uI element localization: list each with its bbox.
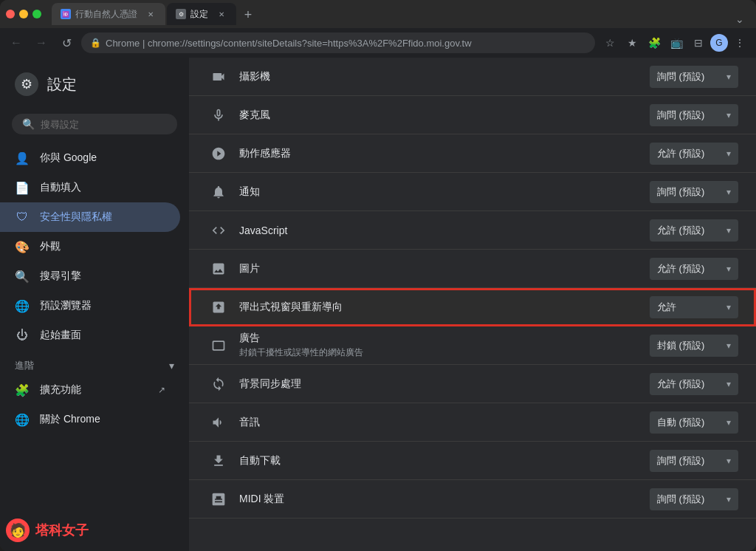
motion-control: 允許 (預設) ▾ xyxy=(650,143,738,165)
images-control: 允許 (預設) ▾ xyxy=(650,258,738,280)
tab-1-close[interactable]: ✕ xyxy=(145,8,157,20)
microphone-control: 詢問 (預設) ▾ xyxy=(650,104,738,126)
minimize-button[interactable] xyxy=(19,10,28,18)
bookmark-icon[interactable]: ☆ xyxy=(599,32,620,53)
tab-search-icon[interactable]: ⊟ xyxy=(688,32,709,53)
advanced-chevron: ▾ xyxy=(169,360,174,372)
settings-row-microphone: 麥克風 詢問 (預設) ▾ xyxy=(189,96,756,134)
settings-row-notification: 通知 詢問 (預設) ▾ xyxy=(189,173,756,211)
camera-icon xyxy=(207,69,230,84)
tabs-more-button[interactable]: ⌄ xyxy=(729,13,750,25)
motion-dropdown[interactable]: 允許 (預設) ▾ xyxy=(650,143,738,165)
sidebar-item-browser[interactable]: 🌐 預設瀏覽器 xyxy=(0,291,180,321)
images-dropdown-arrow: ▾ xyxy=(726,264,731,274)
popups-control: 允許 ▾ xyxy=(650,296,738,318)
advanced-section: 進階 ▾ xyxy=(0,350,189,375)
camera-dropdown[interactable]: 詢問 (預設) ▾ xyxy=(650,66,738,88)
more-options-icon[interactable]: ⋮ xyxy=(729,32,750,53)
sidebar-item-appearance[interactable]: 🎨 外觀 xyxy=(0,232,180,261)
microphone-dropdown-arrow: ▾ xyxy=(726,110,731,120)
about-icon: 🌐 xyxy=(15,412,30,427)
javascript-label: JavaScript xyxy=(239,225,650,236)
advanced-label: 進階 xyxy=(15,359,34,372)
url-separator: | xyxy=(142,38,148,49)
microphone-label: 麥克風 xyxy=(239,109,650,122)
images-label: 圖片 xyxy=(239,262,650,276)
sidebar-item-security[interactable]: 🛡 安全性與隱私權 xyxy=(0,202,180,232)
external-link-icon: ↗ xyxy=(158,385,165,395)
download-icon xyxy=(207,454,230,468)
extensions-icon: 🧩 xyxy=(15,383,30,397)
motion-icon xyxy=(207,146,230,161)
midi-dropdown-arrow: ▾ xyxy=(726,494,731,504)
sound-dropdown-arrow: ▾ xyxy=(726,417,731,428)
security-icon: 🛡 xyxy=(15,210,30,225)
sidebar-item-search[interactable]: 🔍 搜尋引擎 xyxy=(0,261,180,291)
settings-row-midi: MIDI 裝置 詢問 (預設) ▾ xyxy=(189,480,756,519)
popups-dropdown[interactable]: 允許 ▾ xyxy=(650,296,738,318)
url-label: Chrome xyxy=(106,38,140,49)
tab-1-title: 行動自然人憑證 xyxy=(75,8,137,21)
images-dropdown[interactable]: 允許 (預設) ▾ xyxy=(650,258,738,280)
forward-button[interactable]: → xyxy=(31,32,52,53)
popups-label: 彈出式視窗與重新導向 xyxy=(239,301,650,314)
extension-icon[interactable]: 🧩 xyxy=(644,32,664,53)
camera-label: 攝影機 xyxy=(239,70,650,83)
background-icon xyxy=(207,377,230,391)
startup-icon: ⏻ xyxy=(15,328,30,343)
javascript-control: 允許 (預設) ▾ xyxy=(650,219,738,242)
sidebar-nav: 👤 你與 Google 📄 自動填入 🛡 安全性與隱私權 🎨 外觀 🔍 xyxy=(0,140,189,437)
sidebar-item-google-label: 你與 Google xyxy=(40,151,97,165)
sidebar-item-about[interactable]: 🌐 關於 Chrome xyxy=(0,405,180,434)
images-icon xyxy=(207,261,230,276)
background-dropdown[interactable]: 允許 (預設) ▾ xyxy=(650,373,738,395)
javascript-dropdown[interactable]: 允許 (預設) ▾ xyxy=(650,219,738,242)
url-bar[interactable]: 🔒 Chrome | chrome://settings/content/sit… xyxy=(81,32,595,53)
sound-control: 自動 (預設) ▾ xyxy=(650,411,738,434)
tab-1-favicon: 🆔 xyxy=(61,9,71,19)
traffic-lights xyxy=(6,10,41,18)
notification-dropdown-arrow: ▾ xyxy=(726,187,731,197)
sidebar-item-extensions[interactable]: 🧩 擴充功能 ↗ xyxy=(0,375,180,405)
midi-icon xyxy=(207,492,230,507)
popups-dropdown-arrow: ▾ xyxy=(726,302,731,312)
sidebar-item-startup[interactable]: ⏻ 起始畫面 xyxy=(0,321,180,350)
star-icon[interactable]: ★ xyxy=(622,32,642,53)
settings-row-download: 自動下載 詢問 (預設) ▾ xyxy=(189,442,756,480)
ads-icon xyxy=(207,338,230,353)
maximize-button[interactable] xyxy=(32,10,41,18)
ads-dropdown[interactable]: 封鎖 (預設) ▾ xyxy=(650,335,738,357)
sidebar-item-google[interactable]: 👤 你與 Google xyxy=(0,143,180,173)
ads-label: 廣告 封鎖干擾性或誤導性的網站廣告 xyxy=(239,332,650,359)
title-bar: 🆔 行動自然人憑證 ✕ ⚙ 設定 ✕ + ⌄ xyxy=(0,0,756,28)
new-tab-button[interactable]: + xyxy=(238,4,258,25)
cast-icon[interactable]: 📺 xyxy=(666,32,687,53)
settings-row-images: 圖片 允許 (預設) ▾ xyxy=(189,250,756,288)
settings-logo: ⚙ xyxy=(15,72,38,96)
sidebar-item-security-label: 安全性與隱私權 xyxy=(40,211,112,224)
camera-control: 詢問 (預設) ▾ xyxy=(650,66,738,88)
midi-dropdown[interactable]: 詢問 (預設) ▾ xyxy=(650,488,738,510)
profile-avatar[interactable]: G xyxy=(710,34,728,52)
tab-2[interactable]: ⚙ 設定 ✕ xyxy=(167,3,236,25)
download-dropdown[interactable]: 詢問 (預設) ▾ xyxy=(650,450,738,472)
search-input[interactable] xyxy=(41,119,167,130)
tab-2-close[interactable]: ✕ xyxy=(216,8,227,20)
refresh-button[interactable]: ↺ xyxy=(56,32,77,53)
sound-icon xyxy=(207,415,230,430)
notification-dropdown[interactable]: 詢問 (預設) ▾ xyxy=(650,181,738,203)
sidebar-title: 設定 xyxy=(47,75,77,95)
sidebar-item-browser-label: 預設瀏覽器 xyxy=(40,299,92,312)
sound-dropdown[interactable]: 自動 (預設) ▾ xyxy=(650,411,738,434)
ads-control: 封鎖 (預設) ▾ xyxy=(650,335,738,357)
sidebar: ⚙ 設定 🔍 👤 你與 Google 📄 自動填入 xyxy=(0,58,189,551)
tab-1[interactable]: 🆔 行動自然人憑證 ✕ xyxy=(52,3,165,25)
address-bar: ← → ↺ 🔒 Chrome | chrome://settings/conte… xyxy=(0,28,756,58)
microphone-dropdown[interactable]: 詢問 (預設) ▾ xyxy=(650,104,738,126)
sidebar-item-autofill[interactable]: 📄 自動填入 xyxy=(0,173,180,202)
close-button[interactable] xyxy=(6,10,15,18)
sidebar-item-about-label: 關於 Chrome xyxy=(40,413,100,426)
back-button[interactable]: ← xyxy=(6,32,27,53)
tabs-bar: 🆔 行動自然人憑證 ✕ ⚙ 設定 ✕ + ⌄ xyxy=(52,3,750,25)
motion-dropdown-arrow: ▾ xyxy=(726,148,731,159)
